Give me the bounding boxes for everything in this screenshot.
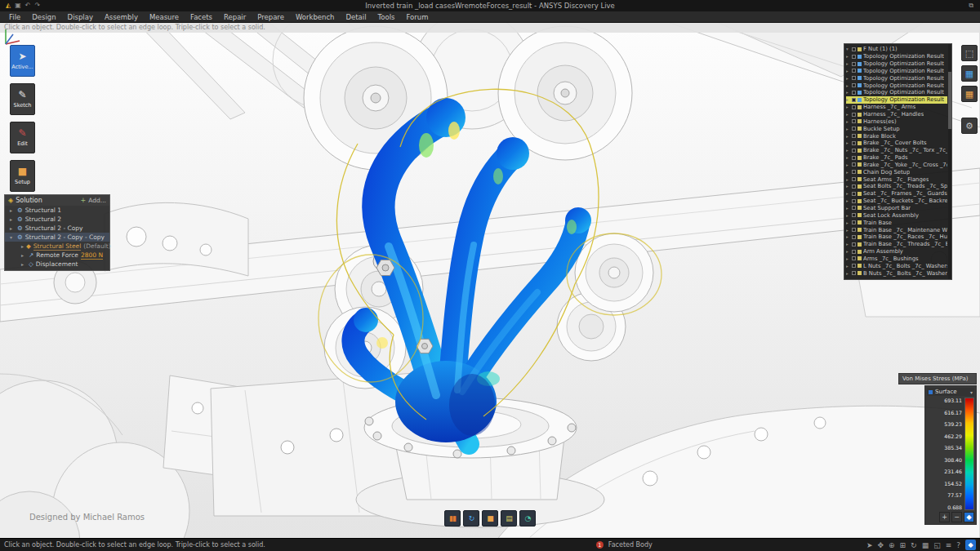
expander-icon[interactable]: ▸ bbox=[846, 119, 850, 124]
tree-item[interactable]: ▸Topology Optimization Result bbox=[846, 82, 947, 89]
expander-icon[interactable]: ▸ bbox=[846, 264, 850, 269]
expander-icon[interactable]: ▸ bbox=[21, 252, 26, 258]
appearance-button[interactable]: ▦ bbox=[961, 86, 978, 102]
expander-icon[interactable]: ▸ bbox=[846, 127, 850, 131]
model-tree-scrollbar[interactable] bbox=[948, 44, 951, 279]
gauge-button[interactable]: ◔ bbox=[519, 510, 536, 527]
visibility-checkbox[interactable] bbox=[852, 250, 856, 254]
visibility-checkbox[interactable] bbox=[852, 162, 856, 167]
expander-icon[interactable]: ▸ bbox=[846, 76, 850, 81]
expander-icon[interactable]: ▸ bbox=[846, 206, 850, 211]
menu-file[interactable]: File bbox=[3, 11, 26, 23]
visibility-checkbox[interactable] bbox=[852, 256, 856, 260]
expander-icon[interactable]: ▸ bbox=[846, 134, 850, 139]
expander-icon[interactable]: ▸ bbox=[846, 97, 850, 102]
tree-item[interactable]: ▸Topology Optimization Result bbox=[846, 74, 947, 82]
solution-item[interactable]: ▸⚙Structural 2 - Copy bbox=[5, 224, 109, 233]
expander-icon[interactable]: ▸ bbox=[846, 148, 850, 153]
settings-button[interactable]: ⚙ bbox=[961, 118, 978, 134]
tree-item[interactable]: ▸Harness _7c_ Handles bbox=[846, 111, 947, 118]
expander-icon[interactable]: ▸ bbox=[846, 61, 850, 66]
expander-icon[interactable]: ▸ bbox=[846, 234, 850, 239]
menu-workbench[interactable]: Workbench bbox=[290, 11, 341, 23]
save-icon[interactable]: ▣ bbox=[15, 0, 21, 11]
visibility-checkbox[interactable] bbox=[852, 127, 856, 131]
expander-icon[interactable]: ▸ bbox=[846, 271, 850, 276]
expander-icon[interactable]: ▸ bbox=[846, 249, 850, 254]
expander-icon[interactable]: ▸ bbox=[846, 69, 850, 73]
rotate-icon[interactable]: ↻ bbox=[911, 541, 917, 549]
expander-icon[interactable]: ▸ bbox=[846, 220, 850, 225]
visibility-checkbox[interactable] bbox=[852, 113, 856, 117]
visibility-checkbox[interactable] bbox=[852, 62, 856, 66]
solution-item-value[interactable]: 2800 N bbox=[81, 251, 103, 260]
tree-item[interactable]: ▸Topology Optimization Result bbox=[846, 89, 947, 96]
add-icon[interactable]: + bbox=[81, 197, 87, 204]
expander-icon[interactable]: ▸ bbox=[846, 191, 850, 196]
menu-measure[interactable]: Measure bbox=[144, 11, 185, 23]
list-icon[interactable]: ≡ bbox=[946, 541, 952, 549]
solution-item[interactable]: ▸⚙Structural 2 bbox=[5, 215, 109, 224]
menu-prepare[interactable]: Prepare bbox=[252, 11, 290, 23]
tree-item[interactable]: ▸Chain Dog Setup bbox=[846, 168, 947, 176]
expander-icon[interactable]: ▸ bbox=[21, 261, 26, 267]
select-box-button[interactable]: ⬚ bbox=[961, 45, 978, 61]
visibility-checkbox[interactable] bbox=[852, 47, 856, 51]
visibility-checkbox[interactable] bbox=[852, 69, 856, 73]
visibility-checkbox[interactable] bbox=[852, 55, 856, 59]
tree-item[interactable]: ▸Topology Optimization Result bbox=[846, 68, 947, 75]
viewport-canvas[interactable]: Click an object. Double-click to select … bbox=[0, 23, 980, 538]
select-icon[interactable]: ➤ bbox=[866, 541, 873, 549]
visibility-checkbox[interactable] bbox=[852, 98, 856, 102]
expander-icon[interactable]: ▸ bbox=[10, 216, 15, 222]
menu-detail[interactable]: Detail bbox=[341, 11, 372, 23]
expander-icon[interactable]: ▸ bbox=[846, 228, 850, 233]
menu-forum[interactable]: Forum bbox=[401, 11, 434, 23]
visibility-checkbox[interactable] bbox=[852, 199, 856, 203]
expander-icon[interactable]: ▸ bbox=[846, 155, 850, 160]
tree-item[interactable]: ▸B Nuts _7c_ Bolts _7c_ Washers bbox=[846, 269, 947, 277]
menu-facets[interactable]: Facets bbox=[185, 11, 218, 23]
tree-item[interactable]: ▸Brake _7c_ Nuts _7c_ Torx _7c_ bbox=[846, 147, 947, 154]
visibility-checkbox[interactable] bbox=[852, 228, 856, 232]
tree-item[interactable]: ▸Topology Optimization Result bbox=[846, 96, 947, 104]
tree-item[interactable]: ▸Seat Arms _7c_ Flanges bbox=[846, 176, 947, 183]
view-icon[interactable]: ◱ bbox=[933, 541, 941, 549]
tree-item[interactable]: ▸Brake _7c_ Cover Bolts bbox=[846, 140, 947, 147]
tree-item[interactable]: ▸Train Base _7c_ Maintenane Wh bbox=[846, 226, 947, 233]
visibility-checkbox[interactable] bbox=[852, 105, 856, 109]
undo-icon[interactable]: ↶ bbox=[25, 0, 31, 11]
visibility-checkbox[interactable] bbox=[852, 76, 856, 80]
visibility-checkbox[interactable] bbox=[852, 192, 856, 196]
tree-item[interactable]: ▸Brake _7c_ Pads bbox=[846, 154, 947, 162]
model-3d[interactable] bbox=[0, 23, 980, 538]
visibility-checkbox[interactable] bbox=[852, 184, 856, 189]
expander-icon[interactable]: ▸ bbox=[846, 184, 850, 189]
expander-icon[interactable]: ▾ bbox=[846, 47, 850, 51]
expander-icon[interactable]: ▸ bbox=[846, 140, 850, 145]
menu-repair[interactable]: Repair bbox=[218, 11, 252, 23]
layers-button[interactable]: ▤ bbox=[501, 510, 517, 527]
expander-icon[interactable]: ▸ bbox=[846, 54, 850, 59]
expander-icon[interactable]: ▸ bbox=[846, 213, 850, 218]
tree-item[interactable]: ▸Arms _7c_ Bushings bbox=[846, 255, 947, 262]
menu-assembly[interactable]: Assembly bbox=[99, 11, 144, 23]
legend-mode-dropdown[interactable]: Surface ▾ bbox=[927, 388, 974, 396]
display-options-button[interactable]: ▦ bbox=[961, 65, 978, 82]
visibility-checkbox[interactable] bbox=[852, 177, 856, 181]
expander-icon[interactable]: ▸ bbox=[846, 256, 850, 261]
visibility-checkbox[interactable] bbox=[852, 134, 856, 138]
visibility-checkbox[interactable] bbox=[852, 242, 856, 247]
expander-icon[interactable]: ▸ bbox=[846, 83, 850, 88]
app-icon[interactable]: ◭ bbox=[6, 0, 11, 11]
visibility-checkbox[interactable] bbox=[852, 141, 856, 145]
expander-icon[interactable]: ▾ bbox=[10, 234, 15, 240]
boxzoom-icon[interactable]: ⊞ bbox=[900, 541, 906, 549]
discovery-icon[interactable]: ◆ bbox=[965, 540, 976, 550]
expander-icon[interactable]: ▸ bbox=[846, 170, 850, 175]
expander-icon[interactable]: ▸ bbox=[846, 162, 850, 167]
tree-item[interactable]: ▸Brake _7c_ Yoke _7c_ Cross _7c_ bbox=[846, 162, 947, 169]
tree-item[interactable]: ▸Buckle Setup bbox=[846, 125, 947, 132]
tool-edit-button[interactable]: ✎Edit bbox=[10, 122, 35, 153]
menu-design[interactable]: Design bbox=[26, 11, 61, 23]
